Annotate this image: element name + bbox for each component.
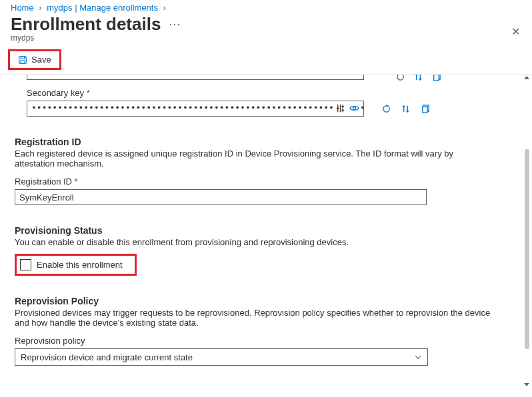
- reprovision-desc: Provisioned devices may trigger requests…: [15, 308, 495, 328]
- save-button[interactable]: Save: [13, 52, 57, 67]
- scroll-thumb[interactable]: [525, 149, 529, 349]
- svg-rect-2: [21, 60, 25, 63]
- provisioning-desc: You can enable or disable this enrollmen…: [15, 237, 495, 247]
- primary-key-input-cutoff[interactable]: [27, 75, 364, 80]
- highlight-enable-enrollment: Enable this enrollment: [15, 254, 137, 276]
- svg-rect-4: [434, 75, 439, 81]
- reprovision-policy-value: Reprovision device and migrate current s…: [21, 352, 193, 362]
- reprovision-policy-select[interactable]: Reprovision device and migrate current s…: [15, 348, 428, 366]
- close-icon[interactable]: ✕: [511, 25, 520, 38]
- breadcrumb-manage[interactable]: mydps | Manage enrollments: [47, 3, 158, 13]
- clear-icon[interactable]: [335, 103, 345, 113]
- page-subtitle: mydps: [0, 33, 532, 43]
- copy-icon[interactable]: [431, 75, 441, 82]
- scrollbar[interactable]: [525, 76, 529, 386]
- page-title: Enrollment details: [11, 14, 161, 35]
- key-action-icons: [395, 75, 441, 82]
- regenerate-icon[interactable]: [381, 104, 391, 114]
- svg-rect-1: [21, 56, 24, 59]
- svg-rect-0: [19, 56, 27, 63]
- scroll-down-icon[interactable]: [524, 383, 529, 386]
- toolbar: Save: [0, 45, 532, 75]
- secondary-key-value: ••••••••••••••••••••••••••••••••••••••••…: [31, 103, 364, 113]
- regenerate-icon[interactable]: [395, 75, 405, 82]
- registration-desc: Each registered device is assigned uniqu…: [15, 149, 495, 169]
- save-icon: [18, 55, 27, 65]
- breadcrumb-home[interactable]: Home: [11, 3, 34, 13]
- enable-enrollment-checkbox[interactable]: Enable this enrollment: [18, 257, 128, 272]
- save-label: Save: [31, 55, 51, 65]
- chevron-right-icon: ›: [39, 3, 41, 13]
- chevron-down-icon: [414, 353, 422, 361]
- more-icon[interactable]: ···: [169, 17, 181, 31]
- checkbox-icon: [20, 259, 31, 270]
- registration-heading: Registration ID: [15, 137, 511, 147]
- registration-id-label: Registration ID *: [15, 177, 511, 187]
- svg-point-6: [383, 105, 389, 111]
- reprovision-heading: Reprovision Policy: [15, 296, 511, 306]
- chevron-right-icon: ›: [163, 3, 166, 13]
- swap-icon[interactable]: [413, 75, 423, 82]
- reveal-icon[interactable]: [349, 103, 359, 113]
- secondary-key-input[interactable]: ••••••••••••••••••••••••••••••••••••••••…: [27, 101, 364, 117]
- registration-id-input[interactable]: [15, 189, 427, 205]
- copy-icon[interactable]: [420, 104, 430, 114]
- swap-icon[interactable]: [401, 104, 411, 114]
- enable-enrollment-label: Enable this enrollment: [37, 260, 123, 270]
- secondary-key-label: Secondary key *: [27, 88, 511, 98]
- highlight-save: Save: [8, 49, 61, 70]
- provisioning-heading: Provisioning Status: [15, 225, 511, 236]
- scroll-up-icon[interactable]: [524, 76, 529, 79]
- svg-point-3: [397, 75, 403, 80]
- reprovision-policy-label: Reprovision policy: [15, 336, 511, 346]
- svg-point-5: [353, 107, 356, 110]
- svg-rect-7: [423, 106, 428, 112]
- breadcrumb: Home › mydps | Manage enrollments ›: [0, 0, 532, 13]
